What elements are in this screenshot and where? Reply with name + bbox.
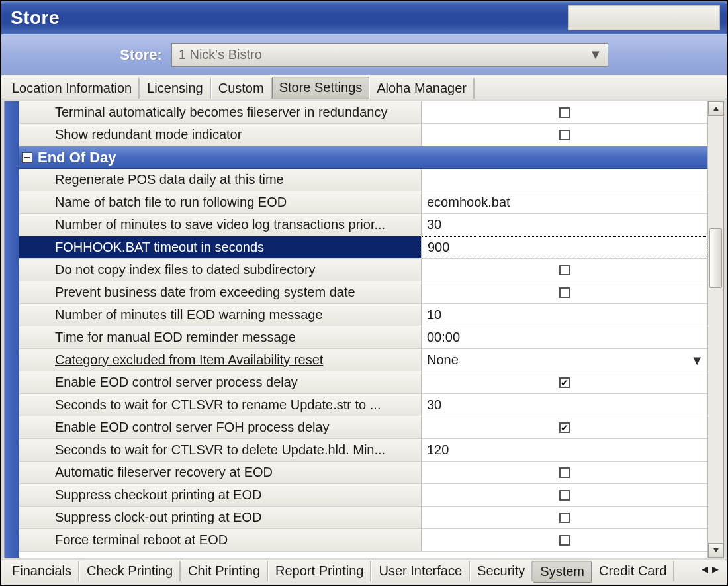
- setting-row[interactable]: Enable EOD control server process delay: [19, 371, 707, 394]
- scrollbar-track[interactable]: [708, 116, 723, 543]
- store-label: Store:: [120, 46, 162, 64]
- setting-value[interactable]: [422, 259, 707, 281]
- setting-label: Terminal automatically becomes fileserve…: [19, 101, 422, 123]
- minus-icon: [24, 157, 30, 158]
- tab-report-printing[interactable]: Report Printing: [268, 561, 371, 581]
- tab-financials[interactable]: Financials: [5, 561, 79, 581]
- setting-row[interactable]: Do not copy index files to dated subdire…: [19, 259, 707, 281]
- scroll-up-button[interactable]: [708, 101, 723, 116]
- setting-value[interactable]: 900: [422, 236, 707, 258]
- setting-value-text: 10: [427, 307, 441, 322]
- setting-row[interactable]: Enable EOD control server FOH process de…: [19, 416, 707, 439]
- setting-label: Do not copy index files to dated subdire…: [19, 259, 422, 281]
- tab-location-information[interactable]: Location Information: [5, 78, 140, 99]
- setting-value[interactable]: None▼: [422, 349, 707, 371]
- setting-value-text: None: [427, 352, 459, 367]
- tab-system[interactable]: System: [533, 561, 592, 583]
- checkbox[interactable]: [559, 287, 570, 298]
- setting-value[interactable]: [422, 371, 707, 393]
- group-title: End Of Day: [38, 149, 116, 166]
- setting-value-text: 120: [427, 442, 449, 458]
- setting-label: Category excluded from Item Availability…: [19, 349, 422, 371]
- setting-row[interactable]: Prevent business date from exceeding sys…: [19, 281, 707, 304]
- setting-value[interactable]: [422, 281, 707, 303]
- setting-row[interactable]: Automatic fileserver recovery at EOD: [19, 462, 707, 484]
- collapse-toggle-icon[interactable]: [22, 152, 32, 163]
- tab-nav-right[interactable]: ▸: [712, 561, 719, 577]
- tab-security[interactable]: Security: [470, 561, 533, 581]
- chevron-down-icon: ▼: [589, 47, 602, 62]
- setting-value[interactable]: 120: [422, 439, 707, 461]
- setting-value[interactable]: [422, 124, 707, 146]
- checkbox[interactable]: [559, 130, 570, 140]
- setting-row[interactable]: Seconds to wait for CTLSVR to rename Upd…: [19, 394, 707, 416]
- scrollbar-thumb[interactable]: [709, 228, 722, 288]
- tab-credit-card[interactable]: Credit Card: [592, 561, 674, 581]
- tab-nav-left[interactable]: ◂: [702, 561, 708, 577]
- setting-row[interactable]: Number of minutes to save video log tran…: [19, 214, 707, 236]
- setting-value[interactable]: [422, 529, 707, 551]
- setting-value[interactable]: 30: [422, 214, 707, 236]
- setting-value[interactable]: [422, 462, 707, 483]
- checkbox[interactable]: [559, 107, 570, 118]
- tab-user-interface[interactable]: User Interface: [371, 561, 470, 581]
- setting-label: Regenerate POS data daily at this time: [19, 169, 422, 191]
- setting-value-text: 900: [428, 240, 449, 255]
- setting-value-text: 30: [427, 397, 441, 413]
- store-selected-value: 1 Nick's Bistro: [179, 47, 262, 62]
- tab-store-settings[interactable]: Store Settings: [272, 77, 370, 99]
- tab-check-printing[interactable]: Check Printing: [79, 561, 181, 581]
- setting-row[interactable]: Regenerate POS data daily at this time: [19, 169, 707, 191]
- vertical-scrollbar[interactable]: [707, 101, 723, 558]
- tab-custom[interactable]: Custom: [211, 78, 272, 99]
- tab-licensing[interactable]: Licensing: [140, 78, 211, 99]
- store-combobox[interactable]: 1 Nick's Bistro ▼: [171, 43, 608, 67]
- setting-label: Enable EOD control server process delay: [19, 371, 422, 393]
- setting-row[interactable]: Force terminal reboot at EOD: [19, 529, 707, 552]
- setting-row[interactable]: Suppress clock-out printing at EOD: [19, 507, 707, 529]
- setting-value[interactable]: [422, 416, 707, 438]
- setting-label: Prevent business date from exceeding sys…: [19, 281, 422, 303]
- setting-row[interactable]: Number of minutes till EOD warning messa…: [19, 304, 707, 326]
- setting-value[interactable]: ecomhook.bat: [422, 191, 707, 213]
- setting-value[interactable]: [422, 101, 707, 123]
- group-header-end-of-day[interactable]: End Of Day: [19, 146, 707, 169]
- checkbox[interactable]: [559, 265, 570, 275]
- setting-label: Automatic fileserver recovery at EOD: [19, 462, 422, 483]
- setting-value[interactable]: [422, 484, 707, 506]
- setting-row[interactable]: Show redundant mode indicator: [19, 124, 707, 146]
- left-gutter: [5, 101, 19, 558]
- setting-value-text: ecomhook.bat: [427, 195, 510, 210]
- app-window: Store Store: 1 Nick's Bistro ▼ Location …: [0, 0, 728, 586]
- tab-chit-printing[interactable]: Chit Printing: [181, 561, 268, 581]
- setting-label: Number of minutes till EOD warning messa…: [19, 304, 422, 326]
- triangle-down-icon: [713, 547, 719, 554]
- setting-label: Seconds to wait for CTLSVR to rename Upd…: [19, 394, 422, 416]
- checkbox[interactable]: [559, 422, 570, 433]
- setting-value[interactable]: 30: [422, 394, 707, 416]
- title-bar: Store: [1, 1, 727, 34]
- setting-row[interactable]: Suppress checkout printing at EOD: [19, 484, 707, 507]
- settings-grid-scroll: Terminal automatically becomes fileserve…: [19, 101, 707, 558]
- checkbox[interactable]: [559, 513, 570, 523]
- checkbox[interactable]: [559, 467, 570, 478]
- setting-row[interactable]: FOHHOOK.BAT timeout in seconds900: [19, 236, 707, 259]
- setting-value-text: 30: [427, 217, 441, 232]
- setting-row[interactable]: Category excluded from Item Availability…: [19, 349, 707, 371]
- setting-value[interactable]: [422, 507, 707, 528]
- setting-row[interactable]: Time for manual EOD reminder message00:0…: [19, 326, 707, 349]
- setting-label: Number of minutes to save video log tran…: [19, 214, 422, 236]
- svg-marker-1: [713, 548, 719, 552]
- checkbox[interactable]: [559, 490, 570, 501]
- setting-value[interactable]: 10: [422, 304, 707, 326]
- checkbox[interactable]: [559, 377, 570, 388]
- setting-row[interactable]: Name of batch file to run following EODe…: [19, 191, 707, 214]
- setting-row[interactable]: Terminal automatically becomes fileserve…: [19, 101, 707, 124]
- svg-marker-0: [713, 107, 719, 111]
- setting-value[interactable]: 00:00: [422, 326, 707, 348]
- scroll-down-button[interactable]: [708, 543, 723, 558]
- setting-value[interactable]: [422, 169, 707, 191]
- setting-row[interactable]: Seconds to wait for CTLSVR to delete Upd…: [19, 439, 707, 462]
- checkbox[interactable]: [559, 535, 570, 546]
- tab-aloha-manager[interactable]: Aloha Manager: [369, 78, 475, 99]
